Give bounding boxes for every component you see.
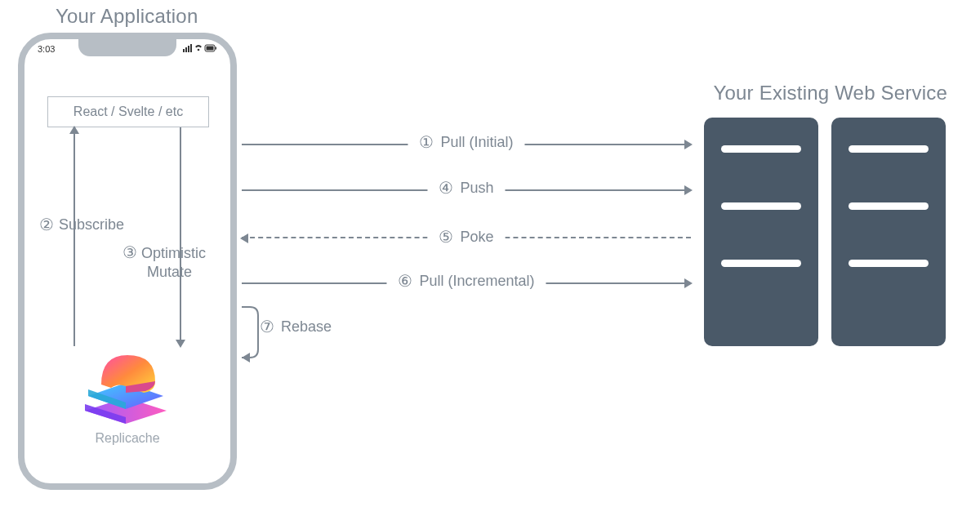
ui-framework-box: React / Svelte / etc — [47, 96, 209, 127]
step-3-number: ③ — [122, 242, 137, 263]
mutate-arrow — [180, 127, 181, 346]
step-5-number: ⑤ — [439, 227, 453, 247]
server-box-1 — [704, 118, 818, 346]
rebase-label: ⑦ Rebase — [260, 317, 332, 336]
arrow-push-text: Push — [460, 180, 493, 197]
arrow-pull-incremental: ⑥ Pull (Incremental) — [242, 282, 691, 284]
subscribe-label: ② Subscribe — [39, 215, 124, 234]
svg-rect-1 — [185, 47, 187, 52]
optimistic-line1: Optimistic — [141, 245, 206, 261]
step-4-number: ④ — [439, 178, 453, 198]
app-title: Your Application — [56, 5, 198, 28]
phone-statusbar: 3:03 — [38, 44, 217, 54]
arrow-push: ④ Push — [242, 189, 691, 191]
svg-rect-7 — [216, 47, 217, 50]
phone-time: 3:03 — [38, 44, 55, 54]
arrow-poke: ⑤ Poke — [242, 237, 691, 238]
step-7-number: ⑦ — [260, 317, 274, 336]
optimistic-line2: Mutate — [147, 263, 192, 282]
svg-rect-3 — [190, 44, 192, 52]
svg-rect-6 — [207, 47, 214, 51]
replicache-logo-icon — [77, 345, 175, 427]
subscribe-arrow — [74, 127, 75, 346]
phone-frame: 3:03 React / Svelte / etc — [18, 33, 237, 490]
svg-point-4 — [198, 49, 200, 51]
server-box-2 — [831, 118, 946, 346]
step-1-number: ① — [419, 132, 434, 152]
svg-rect-0 — [183, 49, 185, 52]
service-title: Your Existing Web Service — [714, 82, 947, 105]
step-2-number: ② — [39, 215, 54, 234]
svg-rect-2 — [188, 46, 189, 52]
svg-marker-12 — [242, 353, 250, 362]
subscribe-text: Subscribe — [59, 216, 124, 233]
arrow-pull-initial-text: Pull (Initial) — [440, 134, 513, 151]
optimistic-mutate-label: ③ Optimistic Mutate — [122, 242, 245, 282]
status-icons — [183, 44, 217, 54]
arrow-pull-incremental-text: Pull (Incremental) — [419, 273, 534, 290]
replicache-caption: Replicache — [24, 431, 230, 446]
arrow-pull-initial: ① Pull (Initial) — [242, 144, 691, 145]
rebase-text: Rebase — [281, 318, 332, 336]
step-6-number: ⑥ — [398, 271, 412, 291]
arrow-poke-text: Poke — [460, 229, 493, 246]
diagram-stage: Your Application Your Existing Web Servi… — [0, 0, 980, 507]
